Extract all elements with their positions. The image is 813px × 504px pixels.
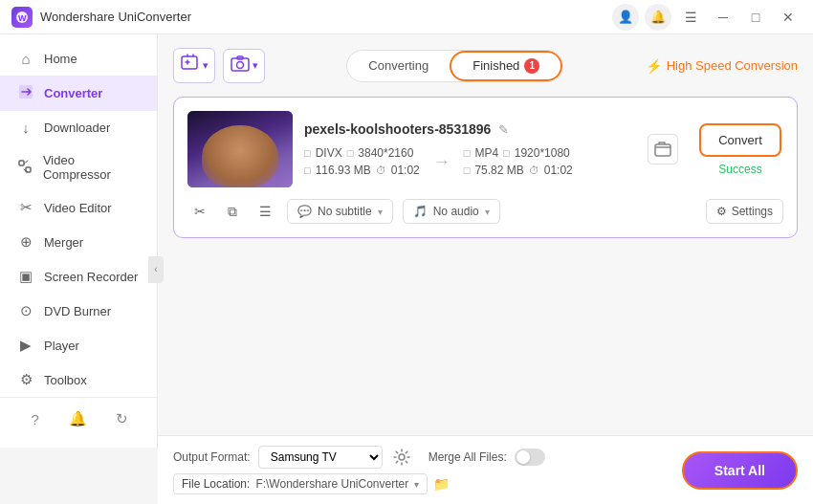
player-icon: ▶: [17, 337, 34, 354]
toolbar-left: ▾ ▾: [173, 48, 265, 83]
settings-label: Settings: [732, 205, 773, 218]
output-format-label: Output Format:: [173, 450, 251, 464]
bell-icon[interactable]: 🔔: [67, 407, 90, 430]
source-duration: 01:02: [391, 164, 420, 177]
sidebar-item-toolbox[interactable]: ⚙ Toolbox: [0, 362, 157, 397]
cut-icon[interactable]: ✂: [187, 199, 212, 224]
merge-files-label: Merge All Files:: [428, 450, 507, 464]
title-bar-header-icons: 👤 🔔 ☰ ─ □ ✕: [612, 4, 802, 31]
notification-icon-btn[interactable]: 🔔: [645, 4, 671, 31]
file-specs: □ DIVX □ 3840*2160 □ 116.93 MB ⏱ 01:02: [304, 146, 628, 177]
target-duration: 01:02: [544, 164, 573, 177]
target-format-icon: □: [464, 147, 471, 159]
format-settings-icon[interactable]: [390, 446, 413, 469]
help-icon[interactable]: ?: [24, 407, 47, 430]
add-files-icon: [180, 53, 201, 78]
conversion-arrow: →: [420, 152, 464, 172]
file-thumbnail: [187, 111, 293, 187]
add-files-dropdown-icon[interactable]: ▾: [203, 59, 212, 72]
file-action-icons: [648, 134, 678, 164]
converter-icon: [17, 84, 34, 102]
duration-icon: ⏱: [376, 164, 386, 176]
output-format-select[interactable]: Samsung TV: [258, 446, 383, 469]
format-icon: □: [304, 147, 311, 159]
high-speed-conversion-btn[interactable]: ⚡ High Speed Conversion: [646, 58, 798, 74]
sidebar-item-merger[interactable]: ⊕ Merger: [0, 225, 157, 259]
high-speed-label: High Speed Conversion: [667, 58, 798, 73]
audio-icon: 🎵: [413, 205, 428, 218]
screenshot-dropdown-icon[interactable]: ▾: [253, 59, 262, 72]
sidebar-item-screen-recorder[interactable]: ▣ Screen Recorder: [0, 259, 157, 294]
audio-select[interactable]: 🎵 No audio ▾: [403, 199, 500, 224]
sidebar-item-home[interactable]: ⌂ Home: [0, 42, 157, 76]
sidebar-item-player[interactable]: ▶ Player: [0, 328, 157, 362]
sidebar-wrapper: ⌂ Home Converter ↓ Downloader: [0, 34, 158, 504]
title-bar: W Wondershare UniConverter 👤 🔔 ☰ ─ □ ✕: [0, 0, 813, 34]
sidebar-item-converter[interactable]: Converter: [0, 76, 157, 111]
file-location-container: File Location: F:\Wondershare UniConvert…: [173, 473, 545, 494]
copy-icon[interactable]: ⧉: [220, 199, 245, 224]
source-format: DIVX: [316, 146, 342, 160]
add-files-button[interactable]: ▾: [173, 48, 215, 83]
toolbar-right: ⚡ High Speed Conversion: [646, 58, 798, 74]
size-icon: □: [304, 164, 311, 176]
dvd-icon: ⊙: [17, 302, 34, 319]
target-size-icon: □: [464, 164, 471, 176]
svg-text:W: W: [18, 13, 27, 23]
folder-browse-icon[interactable]: 📁: [433, 476, 450, 492]
sidebar-item-video-editor[interactable]: ✂ Video Editor: [0, 190, 157, 225]
subtitle-select[interactable]: 💬 No subtitle ▾: [287, 199, 393, 224]
file-edit-icon[interactable]: ✎: [498, 122, 509, 137]
tab-finished[interactable]: Finished 1: [450, 51, 562, 81]
merge-files-toggle[interactable]: [515, 449, 545, 466]
settings-button[interactable]: ⚙ Settings: [706, 199, 783, 224]
add-screenshot-button[interactable]: ▾: [223, 49, 265, 83]
menu-btn[interactable]: ☰: [677, 8, 704, 27]
file-card-header: pexels-koolshooters-8531896 ✎ □ DIVX □ 3…: [187, 111, 783, 187]
source-size-row: □ 116.93 MB ⏱ 01:02: [304, 164, 420, 177]
editor-icon: ✂: [17, 199, 34, 216]
target-dur-icon: ⏱: [529, 164, 539, 176]
app-logo: W: [11, 7, 33, 28]
target-size: 75.82 MB: [474, 164, 523, 177]
subtitle-dropdown-icon: ▾: [378, 207, 383, 217]
maximize-btn[interactable]: □: [742, 8, 769, 27]
sidebar-label-dvd: DVD Burner: [44, 304, 111, 318]
subtitle-icon: 💬: [297, 205, 312, 218]
file-location-path: F:\Wondershare UniConverter: [255, 477, 408, 491]
file-name: pexels-koolshooters-8531896: [304, 121, 491, 137]
file-location-dropdown[interactable]: ▾: [414, 479, 419, 490]
sidebar-label-home: Home: [44, 52, 77, 66]
file-info: pexels-koolshooters-8531896 ✎ □ DIVX □ 3…: [304, 121, 628, 177]
sidebar-item-video-compressor[interactable]: Video Compressor: [0, 144, 157, 190]
sidebar-item-dvd-burner[interactable]: ⊙ DVD Burner: [0, 294, 157, 328]
success-label: Success: [718, 163, 761, 176]
audio-dropdown-icon: ▾: [485, 207, 490, 217]
target-res-icon: □: [503, 147, 510, 159]
close-btn[interactable]: ✕: [775, 8, 802, 27]
sidebar: ⌂ Home Converter ↓ Downloader: [0, 34, 158, 448]
svg-point-7: [237, 61, 244, 68]
lightning-icon: ⚡: [646, 58, 662, 74]
user-icon-btn[interactable]: 👤: [612, 4, 639, 31]
refresh-icon[interactable]: ↻: [110, 407, 133, 430]
title-bar-left: W Wondershare UniConverter: [11, 7, 191, 28]
convert-button[interactable]: Convert: [699, 123, 781, 157]
sidebar-bottom: ? 🔔 ↻: [0, 397, 157, 440]
bottom-bar-right: Start All: [682, 451, 798, 490]
tab-converting[interactable]: Converting: [347, 53, 450, 78]
target-resolution: 1920*1080: [515, 146, 570, 160]
audio-label: No audio: [433, 205, 479, 218]
svg-point-10: [399, 454, 405, 460]
toolbox-icon: ⚙: [17, 371, 34, 388]
file-output-folder-icon[interactable]: [648, 134, 678, 164]
tab-finished-label: Finished: [472, 58, 519, 73]
sidebar-collapse-btn[interactable]: ‹: [148, 256, 164, 283]
minimize-btn[interactable]: ─: [710, 8, 736, 27]
sidebar-item-downloader[interactable]: ↓ Downloader: [0, 111, 157, 144]
file-location-row: File Location: F:\Wondershare UniConvert…: [173, 473, 428, 494]
list-icon[interactable]: ☰: [253, 199, 277, 224]
target-format: MP4: [474, 146, 498, 160]
app-title: Wondershare UniConverter: [40, 10, 191, 24]
start-all-button[interactable]: Start All: [682, 451, 798, 490]
